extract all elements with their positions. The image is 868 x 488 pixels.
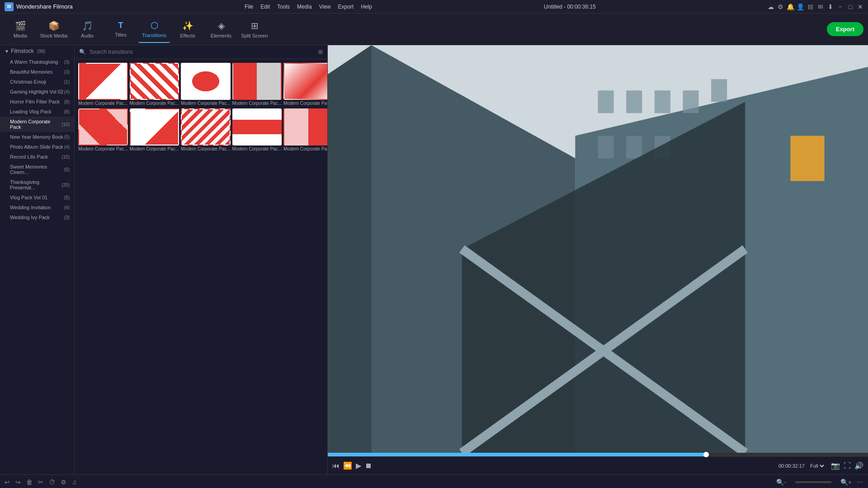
speed-button[interactable]: ⏱: [49, 479, 55, 486]
menu-edit[interactable]: Edit: [260, 4, 270, 10]
cut-button[interactable]: ✂: [38, 479, 43, 486]
window-controls[interactable]: ☁ ⚙ 🔔 👤 ⊟ ✉ ⬇ － □ ✕: [768, 4, 863, 10]
notification-icon[interactable]: 🔔: [788, 4, 794, 10]
logo-icon: W: [5, 2, 14, 11]
close-button[interactable]: ✕: [857, 4, 863, 10]
transition-label-7: Modern Corporate Pac...: [130, 145, 179, 152]
redo-button[interactable]: ↪: [15, 479, 21, 486]
transition-item-7[interactable]: Modern Corporate Pac...: [130, 108, 179, 152]
zoom-in[interactable]: 🔍+: [840, 479, 852, 486]
grid-view-toggle[interactable]: ⊞: [318, 49, 323, 55]
sidebar-section-filmstock[interactable]: ▼ Filmstock (98): [0, 45, 74, 57]
expand-arrow: ▼: [5, 49, 9, 54]
main-toolbar: 🎬 Media 📦 Stock Media 🎵 Audio T Titles ⬡…: [0, 14, 868, 45]
search-bar: 🔍 ⊞: [75, 45, 327, 59]
transition-item-6[interactable]: Modern Corporate Pac...: [78, 108, 128, 152]
sidebar-item-vlog-pack[interactable]: Vlog Pack Vol 01 (5): [0, 192, 74, 202]
transition-label-2: Modern Corporate Pac...: [130, 100, 179, 107]
transitions-icon: ⬡: [151, 20, 158, 31]
tool-effects[interactable]: ✨ Effects: [172, 16, 203, 43]
download-icon[interactable]: ⬇: [827, 4, 834, 10]
transition-item-8[interactable]: Modern Corporate Pac...: [181, 108, 231, 152]
maximize-button[interactable]: □: [847, 4, 854, 10]
sidebar-item-christmas-emoji[interactable]: Christmas Emoji (1): [0, 77, 74, 87]
svg-rect-14: [711, 79, 727, 102]
transition-item-3[interactable]: Modern Corporate Pac...: [181, 63, 231, 107]
svg-rect-15: [598, 136, 614, 158]
step-back-button[interactable]: ⏪: [343, 461, 352, 470]
play-button[interactable]: ▶: [356, 461, 361, 470]
sidebar-item-count: (4): [64, 89, 70, 94]
transition-label-3: Modern Corporate Pac...: [181, 100, 231, 107]
snapshot-button[interactable]: 📷: [831, 461, 840, 470]
transition-item-5[interactable]: Modern Corporate Pac...: [283, 63, 327, 107]
undo-button[interactable]: ↩: [5, 479, 10, 486]
search-input[interactable]: [90, 49, 315, 55]
sidebar-item-thanksgiving[interactable]: Thanksgiving Presentat... (25): [0, 177, 74, 192]
sidebar-item-sweet-memories[interactable]: Sweet Memories Cinem... (5): [0, 162, 74, 177]
sidebar-item-modern-corporate[interactable]: Modern Corporate Pack (10): [0, 117, 74, 132]
stop-button[interactable]: ⏹: [365, 462, 372, 470]
sidebar-item-record-life[interactable]: Record Life Pack (10): [0, 152, 74, 162]
tool-media[interactable]: 🎬 Media: [5, 16, 36, 43]
minimize-button[interactable]: －: [837, 4, 844, 10]
sidebar-item-horror-film[interactable]: Horror Film Filter Pack (8): [0, 97, 74, 107]
windows-icon[interactable]: ⊟: [807, 4, 814, 10]
timeline-thumb[interactable]: [703, 452, 709, 457]
preview-time: 00:00:32:17: [778, 463, 805, 469]
sidebar-item-label: Record Life Pack: [10, 154, 48, 160]
menu-media[interactable]: Media: [297, 4, 312, 10]
menu-tools[interactable]: Tools: [277, 4, 290, 10]
svg-rect-10: [598, 90, 614, 113]
sidebar-item-beautiful-memories[interactable]: Beautiful Memories (3): [0, 67, 74, 77]
settings-tool[interactable]: ⚙: [61, 479, 66, 486]
quality-select[interactable]: Full 1/2 1/4: [808, 463, 826, 469]
sidebar-item-label: Photo Album Slide Pack: [10, 144, 63, 150]
sidebar-item-label: A Warm Thanksgiving: [10, 59, 58, 65]
transition-item-2[interactable]: Modern Corporate Pac...: [130, 63, 179, 107]
sidebar-item-warm-thanksgiving[interactable]: A Warm Thanksgiving (3): [0, 57, 74, 67]
sidebar-item-gaming-highlight[interactable]: Gaming Highlight Vol 02 (4): [0, 87, 74, 97]
account-icon[interactable]: 👤: [797, 4, 804, 10]
sidebar-item-label: Horror Film Filter Pack: [10, 99, 60, 104]
preview-timeline-bar[interactable]: [328, 453, 868, 456]
fullscreen-button[interactable]: ⛶: [844, 462, 851, 470]
skip-back-button[interactable]: ⏮: [332, 462, 340, 470]
sidebar-item-wedding-invitation[interactable]: Wedding Invitation (4): [0, 202, 74, 212]
delete-button[interactable]: 🗑: [26, 479, 33, 486]
transition-item-4[interactable]: Modern Corporate Pac...: [232, 63, 282, 107]
sidebar: ▼ Filmstock (98) A Warm Thanksgiving (3)…: [0, 45, 75, 474]
sidebar-item-new-year-memory[interactable]: New Year Memory Book (5): [0, 132, 74, 142]
tool-stock-media[interactable]: 📦 Stock Media: [38, 16, 70, 43]
tool-transitions[interactable]: ⬡ Transitions: [138, 16, 170, 43]
tool-titles[interactable]: T Titles: [105, 16, 137, 43]
zoom-out[interactable]: 🔍-: [776, 479, 786, 486]
export-button[interactable]: Export: [827, 22, 863, 36]
menu-file[interactable]: File: [245, 4, 253, 10]
sidebar-item-loading-vlog[interactable]: Loading Vlog Pack (8): [0, 107, 74, 117]
transition-item-1[interactable]: Modern Corporate Pac...: [78, 63, 128, 107]
more-options[interactable]: ⋯: [857, 479, 863, 486]
preview-image: [328, 45, 868, 453]
sidebar-item-photo-album[interactable]: Photo Album Slide Pack (4): [0, 142, 74, 152]
tool-split-screen[interactable]: ⊞ Split Screen: [239, 16, 270, 43]
sidebar-item-label: Thanksgiving Presentat...: [10, 179, 61, 190]
transition-item-9[interactable]: Modern Corporate Pac...: [232, 108, 282, 152]
tool-audio[interactable]: 🎵 Audio: [71, 16, 103, 43]
settings-icon[interactable]: ⚙: [778, 4, 784, 10]
split-screen-icon: ⊞: [251, 20, 259, 31]
volume-button[interactable]: 🔊: [854, 461, 863, 470]
sidebar-item-count: (3): [64, 215, 70, 220]
tool-elements[interactable]: ◈ Elements: [205, 16, 237, 43]
sidebar-item-label: Vlog Pack Vol 01: [10, 195, 47, 200]
email-icon[interactable]: ✉: [817, 4, 824, 10]
menu-export[interactable]: Export: [338, 4, 354, 10]
zoom-slider[interactable]: [795, 481, 831, 483]
music-tool[interactable]: ♫: [72, 479, 77, 486]
transition-item-10[interactable]: Modern Corporate Pac...: [283, 108, 327, 152]
menu-view[interactable]: View: [319, 4, 331, 10]
menu-bar[interactable]: File Edit Tools Media View Export Help: [245, 4, 372, 10]
cloud-icon[interactable]: ☁: [768, 4, 774, 10]
menu-help[interactable]: Help: [361, 4, 372, 10]
sidebar-item-wedding-ivy[interactable]: Wedding Ivy Pack (3): [0, 212, 74, 222]
